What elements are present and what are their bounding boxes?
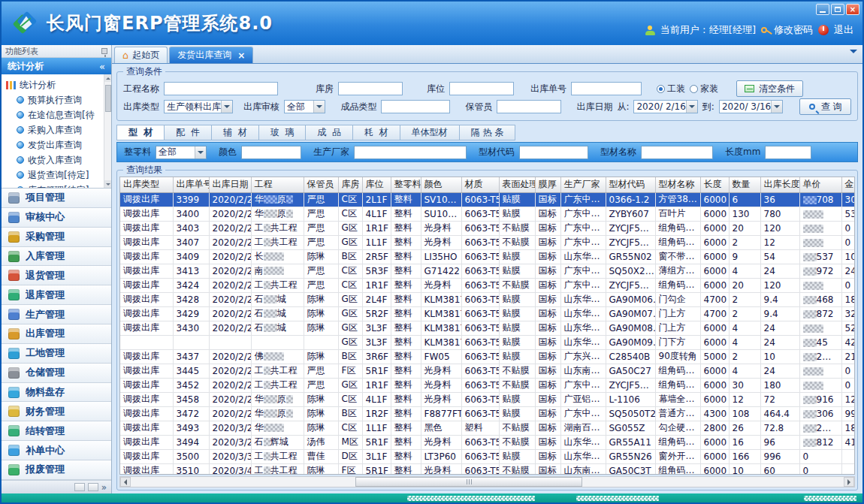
column-header[interactable]: 表面处理	[499, 177, 535, 192]
column-header[interactable]: 型材代码	[606, 177, 655, 192]
close-button[interactable]: ×	[846, 4, 859, 15]
tree-root[interactable]: 统计分析	[6, 77, 102, 92]
scroll-left-icon[interactable]	[120, 477, 131, 487]
scrollbar-thumb[interactable]	[355, 477, 583, 487]
column-header[interactable]: 整零料	[391, 177, 421, 192]
table-row[interactable]: 调拨出库34132020/2/26南严思C区5R3F整料G714226063-T…	[120, 264, 855, 278]
profile-name-input[interactable]	[641, 146, 713, 159]
tree-item[interactable]: 采购入库查询	[6, 122, 102, 137]
sidebar-menu-item[interactable]: 出库管理	[2, 324, 111, 344]
tree-item[interactable]: 退货查询[待定]	[6, 167, 102, 183]
table-row[interactable]: 调拨出库34452020/2/27工共工程严思F区5R1F整料光身料6063-T…	[120, 364, 855, 378]
warehouse-input[interactable]	[338, 82, 403, 95]
column-header[interactable]: 工程	[251, 177, 304, 192]
table-row[interactable]: 调拨出库34292020/2/26石城陈琳G区5R2F整料KLM38176063…	[120, 306, 855, 321]
column-header[interactable]: 保管员	[304, 177, 338, 192]
sidebar-menu-item[interactable]: 报废管理	[2, 460, 111, 480]
column-header[interactable]: 颜色	[421, 177, 461, 192]
sidebar-menu-item[interactable]: 工地管理	[2, 344, 111, 364]
tab-overflow-icon[interactable]	[850, 50, 857, 57]
panel-monitor-icon[interactable]	[88, 483, 98, 491]
table-row[interactable]: 调拨出库34282020/2/26石城陈琳G区2L4F整料KLM38176063…	[120, 292, 855, 306]
column-header[interactable]: 长度	[700, 177, 729, 192]
table-row[interactable]: 调拨出库34302020/2/26石城陈琳G区3L3F整料KLM38176063…	[120, 321, 855, 335]
table-row[interactable]: 调拨出库34722020/2/28华原陈琳B区1R2F整料F8877FT6063…	[120, 406, 855, 421]
collapse-icon[interactable]: «	[99, 61, 105, 72]
table-row[interactable]: 调拨出库34942020/3/2石辉城汤伟M区5R1F整料光身料6063-T5不…	[120, 435, 855, 449]
column-header[interactable]: 出库单号	[173, 177, 209, 192]
sidebar-menu-item[interactable]: 物料盘存	[2, 383, 111, 403]
column-header[interactable]: 出库类型	[120, 177, 173, 192]
sidebar-section-stats[interactable]: 统计分析 «	[2, 58, 111, 74]
minimize-button[interactable]	[816, 4, 829, 15]
material-tab[interactable]: 玻 璃	[259, 125, 307, 140]
pin-icon[interactable]	[101, 48, 107, 54]
column-header[interactable]: 出库长度	[760, 177, 799, 192]
panel-list-icon[interactable]	[74, 483, 85, 491]
material-tab[interactable]: 成 品	[306, 125, 353, 140]
more-panels-button[interactable]: »	[101, 482, 107, 493]
tab-active-query[interactable]: 发货出库查询×	[169, 47, 253, 63]
clear-conditions-button[interactable]: 清空条件	[736, 80, 803, 97]
date-to-picker[interactable]: 2020/ 3/16	[719, 100, 783, 113]
table-row[interactable]: 调拨出库34002020/2/25华原严思C区4L1F整料SU10…6063-T…	[120, 207, 855, 221]
scroll-down-icon[interactable]	[104, 180, 111, 188]
column-header[interactable]: 库位	[362, 177, 391, 192]
whole-part-select[interactable]: 全部	[156, 146, 207, 159]
table-row[interactable]: 调拨出库34372020/2/27佛陈琳B区3R6F整料FW056063-T5贴…	[120, 349, 855, 364]
table-row[interactable]: G区3L3F整料KLM38176063-T5贴膜国标山东华…GA90M09…门下…	[120, 335, 855, 349]
tab-home[interactable]: ⌂起始页	[114, 47, 168, 63]
sidebar-menu-item[interactable]: 补单中心	[2, 441, 111, 460]
tree-scrollbar-thumb[interactable]	[105, 85, 111, 112]
profile-code-input[interactable]	[519, 146, 588, 159]
sidebar-menu-item[interactable]: 采购管理	[2, 228, 111, 247]
table-row[interactable]: 调拨出库34092020/2/25长陈琳B区2R5F整料LI35HO6063-T…	[120, 249, 855, 264]
column-header[interactable]: 金	[841, 177, 855, 192]
order-no-input[interactable]	[571, 82, 642, 95]
logout-link[interactable]: 退出	[834, 23, 853, 37]
tree-scrollbar[interactable]	[104, 74, 111, 188]
column-header[interactable]: 数量	[729, 177, 760, 192]
radio-home-decor[interactable]: 家装	[690, 83, 718, 95]
sidebar-menu-item[interactable]: 审核中心	[2, 208, 111, 228]
horizontal-scrollbar[interactable]	[119, 476, 855, 487]
material-tab[interactable]: 隔 热 条	[460, 125, 516, 140]
table-row[interactable]: 调拨出库35102020/3/4工共工程陈琳F区5R1F整料光身料6063-T5…	[120, 463, 855, 475]
sidebar-menu-item[interactable]: 入库管理	[2, 247, 111, 267]
sidebar-menu-item[interactable]: 财务管理	[2, 402, 111, 421]
keeper-input[interactable]	[497, 100, 561, 113]
tree-item[interactable]: 发货出库查询	[6, 137, 102, 152]
location-input[interactable]	[449, 82, 514, 95]
table-row[interactable]: 调拨出库35002020/3/3工共工程曹佳D区3L1F整料LT3P606063…	[120, 449, 855, 463]
tree-item[interactable]: 预算执行查询	[6, 92, 102, 107]
sidebar-menu-item[interactable]: 生产管理	[2, 305, 111, 324]
query-button[interactable]: 查 询	[799, 98, 851, 115]
table-row[interactable]: 调拨出库34032020/2/25工共工程严思G区1R1F整料光身料6063-T…	[120, 221, 855, 235]
column-header[interactable]: 材质	[461, 177, 499, 192]
column-header[interactable]: 膜厚	[535, 177, 560, 192]
material-tab[interactable]: 耗 材	[353, 125, 400, 140]
product-type-input[interactable]	[381, 100, 450, 113]
tab-close-icon[interactable]: ×	[237, 50, 245, 61]
column-header[interactable]: 生产厂家	[560, 177, 606, 192]
project-name-input[interactable]	[164, 82, 278, 95]
table-row[interactable]: 调拨出库34522020/2/28工共工程严思G区1R1F整料光身料6063-T…	[120, 378, 855, 392]
table-row[interactable]: 调拨出库33992020/2/25华原严思C区2L1F整料SV10…6063-T…	[120, 192, 855, 207]
material-tab[interactable]: 配 件	[165, 125, 212, 140]
radio-work-clothes[interactable]: 工装	[657, 83, 685, 95]
maximize-button[interactable]	[831, 4, 844, 15]
table-row[interactable]: 调拨出库34582020/2/28华原陈琳C区4L1F整料光身料6063-T5贴…	[120, 392, 855, 406]
column-header[interactable]: 出库日期	[209, 177, 251, 192]
sidebar-menu-item[interactable]: 仓储管理	[2, 364, 111, 383]
table-row[interactable]: 调拨出库34072020/2/25工共工程严思G区1L1F整料光身料6063-T…	[120, 235, 855, 249]
column-header[interactable]: 单价	[799, 177, 841, 192]
sidebar-menu-item[interactable]: 退库管理	[2, 285, 111, 305]
tree-item[interactable]: 库存管理[待定]	[6, 183, 102, 189]
scroll-right-icon[interactable]	[844, 477, 854, 487]
sidebar-menu-item[interactable]: 结转管理	[2, 421, 111, 441]
date-from-picker[interactable]: 2020/ 2/16	[633, 100, 697, 113]
material-tab[interactable]: 型 材	[116, 125, 165, 140]
out-type-select[interactable]: 生产领料出库	[164, 100, 233, 113]
material-tab[interactable]: 辅 材	[212, 125, 259, 140]
sidebar-menu-item[interactable]: 退货管理	[2, 266, 111, 285]
